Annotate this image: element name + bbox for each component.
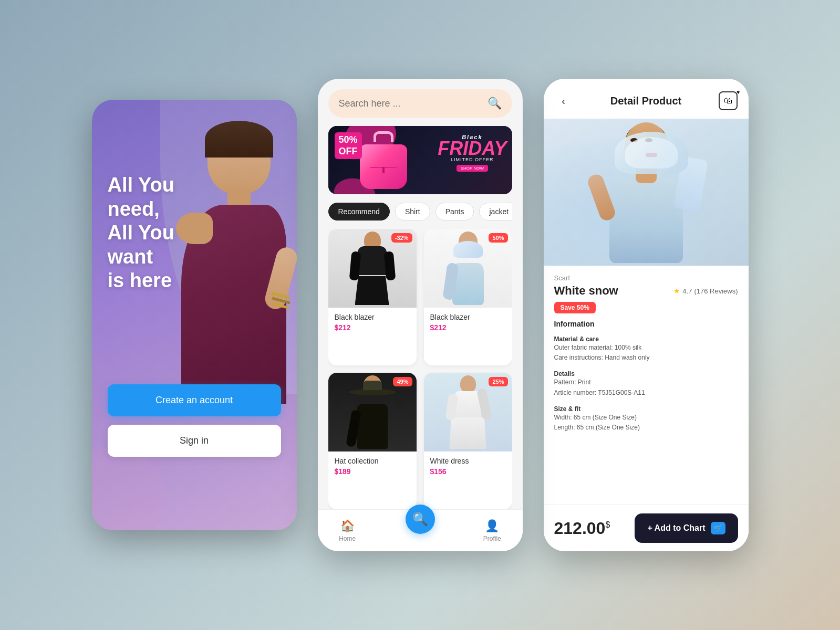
- product-name-rating-row: White snow ★ 4.7 (176 Reviews): [554, 284, 738, 298]
- product-info-2: Black blazer $212: [424, 308, 512, 337]
- review-count: (176 Reviews): [694, 287, 738, 295]
- size-section: Size & fit Width: 65 cm (Size One Size) …: [554, 405, 738, 433]
- add-to-cart-button[interactable]: + Add to Chart 🛒: [635, 513, 738, 543]
- product-detail-name: White snow: [554, 284, 618, 298]
- rating-value: 4.7: [682, 287, 692, 295]
- detail-screen: ‹ Detail Product 🛍 ♥: [544, 79, 749, 551]
- information-section: Information: [554, 320, 738, 328]
- search-bar: 🔍: [328, 89, 512, 118]
- details-section: Details Pattern: Print Article number: T…: [554, 370, 738, 397]
- details-title: Details: [554, 370, 738, 377]
- home-icon: 🏠: [340, 519, 355, 533]
- auth-headline: All You need, All You want is here: [108, 173, 223, 293]
- home-screen: 🔍 50% OFF: [318, 79, 523, 551]
- detail-info: Scarf White snow ★ 4.7 (176 Reviews) Sav…: [544, 266, 749, 505]
- nav-home-label: Home: [339, 535, 356, 542]
- details-text: Pattern: Print Article number: T5J51G00S…: [554, 377, 738, 397]
- product-rating: ★ 4.7 (176 Reviews): [673, 287, 738, 295]
- wishlist-heart-icon: ♥: [737, 89, 740, 95]
- detail-footer: 212.00$ + Add to Chart 🛒: [544, 505, 749, 551]
- nav-search-center-button[interactable]: 🔍: [406, 505, 435, 534]
- banner-discount-badge: 50% OFF: [335, 132, 362, 159]
- discount-badge-1: -32%: [391, 233, 412, 243]
- product-image-2: 50%: [424, 229, 512, 308]
- star-icon: ★: [673, 287, 680, 295]
- material-title: Material & care: [554, 335, 738, 343]
- nav-profile-label: Profile: [483, 535, 501, 542]
- auth-buttons: Create an account Sign in: [108, 384, 281, 457]
- category-pants[interactable]: Pants: [435, 203, 474, 220]
- search-icon[interactable]: 🔍: [488, 97, 502, 110]
- nav-home[interactable]: 🏠 Home: [339, 519, 356, 542]
- categories-bar: Recommend Shirt Pants jacket sweatshirt: [328, 203, 512, 220]
- product-card-2[interactable]: 50% Black blazer $212: [424, 229, 512, 365]
- category-jacket[interactable]: jacket: [479, 203, 512, 220]
- product-name-3: Hat collection: [335, 457, 410, 465]
- discount-badge-4: 25%: [489, 377, 507, 386]
- detail-header: ‹ Detail Product 🛍 ♥: [544, 79, 749, 119]
- product-card-1[interactable]: -32% Black blazer $212: [328, 229, 417, 365]
- product-image-3: 49%: [328, 373, 417, 452]
- profile-icon: 👤: [485, 519, 499, 533]
- product-image-4: 25%: [424, 373, 512, 452]
- auth-content: All You need, All You want is here Creat…: [92, 100, 297, 530]
- product-name-1: Black blazer: [335, 313, 410, 321]
- signin-button[interactable]: Sign in: [108, 425, 281, 457]
- banner-bag-icon: [360, 131, 407, 189]
- detail-product-image: [544, 119, 749, 266]
- search-input[interactable]: [339, 98, 482, 109]
- add-to-cart-label: + Add to Chart: [647, 523, 705, 533]
- product-card-3[interactable]: 49% Hat collection $189: [328, 373, 417, 509]
- save-badge: Save 50%: [554, 302, 596, 313]
- product-price-2: $212: [430, 323, 506, 332]
- product-category: Scarf: [554, 274, 738, 282]
- nav-profile[interactable]: 👤 Profile: [483, 519, 501, 542]
- information-title: Information: [554, 320, 738, 328]
- size-title: Size & fit: [554, 405, 738, 413]
- product-price-1: $212: [335, 323, 410, 332]
- products-grid: -32% Black blazer $212: [328, 229, 512, 509]
- material-section: Material & care Outer fabric material: 1…: [554, 335, 738, 363]
- banner: 50% OFF Black FRIDAY LIMITED OFFER SHOP …: [328, 126, 512, 194]
- bottom-nav: 🏠 Home 👤 Profile 🔍: [318, 509, 523, 551]
- price-display: 212.00$: [554, 519, 610, 538]
- product-name-2: Black blazer: [430, 313, 506, 321]
- discount-badge-3: 49%: [393, 377, 412, 386]
- category-recommend[interactable]: Recommend: [328, 203, 390, 220]
- product-image-1: -32%: [328, 229, 417, 308]
- model-figure: [583, 121, 709, 263]
- price-value: 212.00: [554, 519, 606, 538]
- auth-screen: All You need, All You want is here Creat…: [92, 100, 297, 530]
- product-info-4: White dress $156: [424, 452, 512, 481]
- detail-title: Detail Product: [610, 95, 682, 107]
- create-account-button[interactable]: Create an account: [108, 384, 281, 416]
- back-button[interactable]: ‹: [554, 91, 573, 110]
- price-currency: $: [605, 520, 610, 529]
- product-price-4: $156: [430, 467, 506, 476]
- material-text: Outer fabric material: 100% silk Care in…: [554, 343, 738, 363]
- cart-button[interactable]: 🛍 ♥: [719, 91, 738, 110]
- discount-badge-2: 50%: [489, 233, 507, 243]
- product-info-3: Hat collection $189: [328, 452, 417, 481]
- home-content: 🔍 50% OFF: [318, 79, 523, 509]
- banner-friday-text: Black FRIDAY LIMITED OFFER SHOP NOW: [438, 134, 506, 172]
- cart-icon: 🛒: [711, 522, 725, 534]
- product-card-4[interactable]: 25% White dress $156: [424, 373, 512, 509]
- product-info-1: Black blazer $212: [328, 308, 417, 337]
- category-shirt[interactable]: Shirt: [395, 203, 430, 220]
- product-price-3: $189: [335, 467, 410, 476]
- size-text: Width: 65 cm (Size One Size) Length: 65 …: [554, 413, 738, 433]
- product-name-4: White dress: [430, 457, 506, 465]
- search-center-icon: 🔍: [412, 512, 428, 527]
